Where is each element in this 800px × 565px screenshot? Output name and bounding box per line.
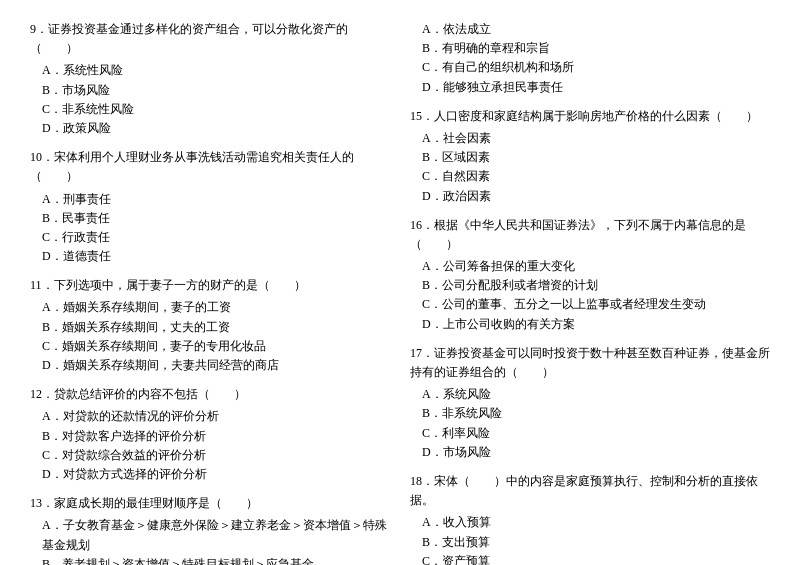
question-12-optC: C．对贷款综合效益的评价分析 <box>42 446 390 465</box>
question-16-optD: D．上市公司收购的有关方案 <box>422 315 770 334</box>
question-13: 13．家庭成长期的最佳理财顺序是（ ） A．子女教育基金＞健康意外保险＞建立养老… <box>30 494 390 565</box>
question-9-optD: D．政策风险 <box>42 119 390 138</box>
question-14-optD: D．能够独立承担民事责任 <box>422 78 770 97</box>
question-14-optB: B．有明确的章程和宗旨 <box>422 39 770 58</box>
question-16-title: 16．根据《中华人民共和国证券法》，下列不属于内幕信息的是（ ） <box>410 216 770 254</box>
question-16: 16．根据《中华人民共和国证券法》，下列不属于内幕信息的是（ ） A．公司筹备担… <box>410 216 770 334</box>
question-17: 17．证券投资基金可以同时投资于数十种甚至数百种证券，使基金所持有的证券组合的（… <box>410 344 770 462</box>
question-17-title: 17．证券投资基金可以同时投资于数十种甚至数百种证券，使基金所持有的证券组合的（… <box>410 344 770 382</box>
question-10-title: 10．宋体利用个人理财业务从事洗钱活动需追究相关责任人的（ ） <box>30 148 390 186</box>
page-container: 9．证券投资基金通过多样化的资产组合，可以分散化资产的（ ） A．系统性风险 B… <box>30 20 770 565</box>
question-15-title: 15．人口密度和家庭结构属于影响房地产价格的什么因素（ ） <box>410 107 770 126</box>
question-15-optA: A．社会因素 <box>422 129 770 148</box>
question-18-title: 18．宋体（ ）中的内容是家庭预算执行、控制和分析的直接依据。 <box>410 472 770 510</box>
question-10-optA: A．刑事责任 <box>42 190 390 209</box>
question-11-optA: A．婚姻关系存续期间，妻子的工资 <box>42 298 390 317</box>
question-11-optC: C．婚姻关系存续期间，妻子的专用化妆品 <box>42 337 390 356</box>
question-15-optC: C．自然因素 <box>422 167 770 186</box>
question-10: 10．宋体利用个人理财业务从事洗钱活动需追究相关责任人的（ ） A．刑事责任 B… <box>30 148 390 266</box>
question-14-options: A．依法成立 B．有明确的章程和宗旨 C．有自己的组织机构和场所 D．能够独立承… <box>410 20 770 97</box>
question-15-optD: D．政治因素 <box>422 187 770 206</box>
question-11-optD: D．婚姻关系存续期间，夫妻共同经营的商店 <box>42 356 390 375</box>
column-right: A．依法成立 B．有明确的章程和宗旨 C．有自己的组织机构和场所 D．能够独立承… <box>410 20 770 565</box>
column-left: 9．证券投资基金通过多样化的资产组合，可以分散化资产的（ ） A．系统性风险 B… <box>30 20 390 565</box>
question-9-optB: B．市场风险 <box>42 81 390 100</box>
question-9-optA: A．系统性风险 <box>42 61 390 80</box>
question-13-optB: B．养老规划＞资本增值＞特殊目标规划＞应急基金 <box>42 555 390 565</box>
question-18-optA: A．收入预算 <box>422 513 770 532</box>
question-12: 12．贷款总结评价的内容不包括（ ） A．对贷款的还款情况的评价分析 B．对贷款… <box>30 385 390 484</box>
question-10-optD: D．道德责任 <box>42 247 390 266</box>
question-13-title: 13．家庭成长期的最佳理财顺序是（ ） <box>30 494 390 513</box>
question-12-optB: B．对贷款客户选择的评价分析 <box>42 427 390 446</box>
question-16-optC: C．公司的董事、五分之一以上监事或者经理发生变动 <box>422 295 770 314</box>
question-18-optB: B．支出预算 <box>422 533 770 552</box>
question-16-optB: B．公司分配股利或者增资的计划 <box>422 276 770 295</box>
question-17-optD: D．市场风险 <box>422 443 770 462</box>
question-16-optA: A．公司筹备担保的重大变化 <box>422 257 770 276</box>
question-9-optC: C．非系统性风险 <box>42 100 390 119</box>
question-18: 18．宋体（ ）中的内容是家庭预算执行、控制和分析的直接依据。 A．收入预算 B… <box>410 472 770 565</box>
question-18-optC: C．资产预算 <box>422 552 770 565</box>
question-13-optA: A．子女教育基金＞健康意外保险＞建立养老金＞资本增值＞特殊基金规划 <box>42 516 390 554</box>
question-17-optB: B．非系统风险 <box>422 404 770 423</box>
question-10-optB: B．民事责任 <box>42 209 390 228</box>
question-15-optB: B．区域因素 <box>422 148 770 167</box>
question-11: 11．下列选项中，属于妻子一方的财产的是（ ） A．婚姻关系存续期间，妻子的工资… <box>30 276 390 375</box>
question-14-optA: A．依法成立 <box>422 20 770 39</box>
question-17-optA: A．系统风险 <box>422 385 770 404</box>
question-10-optC: C．行政责任 <box>42 228 390 247</box>
question-12-optD: D．对贷款方式选择的评价分析 <box>42 465 390 484</box>
question-12-optA: A．对贷款的还款情况的评价分析 <box>42 407 390 426</box>
question-12-title: 12．贷款总结评价的内容不包括（ ） <box>30 385 390 404</box>
question-14-optC: C．有自己的组织机构和场所 <box>422 58 770 77</box>
question-17-optC: C．利率风险 <box>422 424 770 443</box>
question-11-optB: B．婚姻关系存续期间，丈夫的工资 <box>42 318 390 337</box>
question-9: 9．证券投资基金通过多样化的资产组合，可以分散化资产的（ ） A．系统性风险 B… <box>30 20 390 138</box>
question-15: 15．人口密度和家庭结构属于影响房地产价格的什么因素（ ） A．社会因素 B．区… <box>410 107 770 206</box>
question-9-title: 9．证券投资基金通过多样化的资产组合，可以分散化资产的（ ） <box>30 20 390 58</box>
question-11-title: 11．下列选项中，属于妻子一方的财产的是（ ） <box>30 276 390 295</box>
